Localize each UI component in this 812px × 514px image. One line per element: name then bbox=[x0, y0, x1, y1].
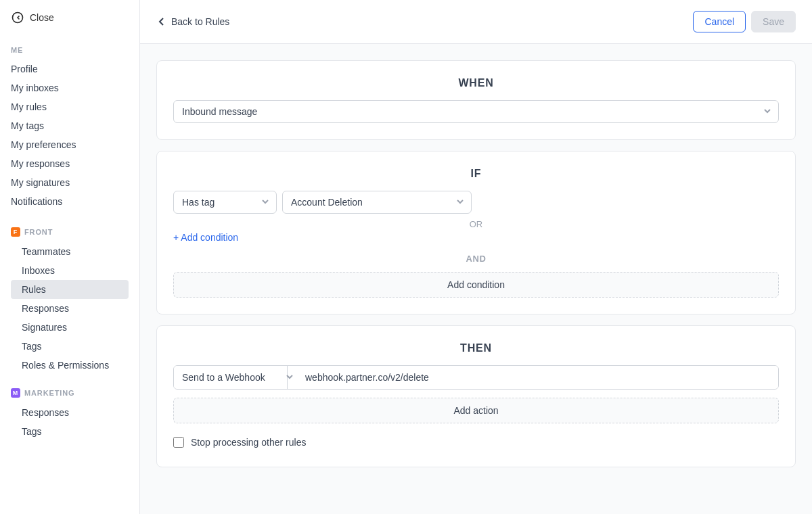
condition-type-wrapper: Has tag Has label Subject contains bbox=[173, 191, 277, 214]
then-title: THEN bbox=[173, 342, 779, 354]
sidebar-section-me: ME Profile My inboxes My rules My tags M… bbox=[0, 35, 139, 216]
then-action-select-wrapper: Send to a Webhook Assign to Add tag Repl… bbox=[174, 366, 297, 389]
condition-type-select[interactable]: Has tag Has label Subject contains bbox=[173, 191, 277, 214]
sidebar-item-rules[interactable]: Rules bbox=[11, 280, 129, 299]
stop-processing-checkbox[interactable] bbox=[173, 437, 184, 448]
topbar: Back to Rules Cancel Save bbox=[140, 0, 812, 44]
back-label: Back to Rules bbox=[171, 16, 229, 27]
sidebar-item-my-inboxes[interactable]: My inboxes bbox=[0, 78, 139, 97]
sidebar-item-tags[interactable]: Tags bbox=[11, 337, 129, 356]
add-action-label: Add action bbox=[453, 405, 498, 416]
back-arrow-icon bbox=[156, 16, 167, 27]
sidebar-item-profile[interactable]: Profile bbox=[0, 60, 139, 78]
add-condition-btn-label: Add condition bbox=[447, 279, 505, 290]
sidebar-item-my-tags[interactable]: My tags bbox=[0, 116, 139, 135]
main-content: Back to Rules Cancel Save WHEN Inbound m… bbox=[140, 0, 812, 514]
add-action-button[interactable]: Add action bbox=[173, 398, 779, 423]
marketing-dot: M bbox=[11, 388, 20, 398]
and-label: AND bbox=[173, 254, 779, 264]
topbar-actions: Cancel Save bbox=[693, 11, 796, 32]
sidebar-item-responses[interactable]: Responses bbox=[11, 299, 129, 318]
save-button[interactable]: Save bbox=[751, 11, 796, 32]
condition-value-select[interactable]: Account Deletion Billing Support bbox=[282, 191, 472, 214]
sidebar-section-front: F FRONT Teammates Inboxes Rules Response… bbox=[0, 216, 139, 377]
if-card: IF Has tag Has label Subject contains bbox=[156, 151, 796, 314]
sidebar-item-notifications[interactable]: Notifications bbox=[0, 192, 139, 211]
if-title: IF bbox=[173, 168, 779, 180]
sidebar-item-my-signatures[interactable]: My signatures bbox=[0, 173, 139, 192]
add-or-condition-link[interactable]: + Add condition bbox=[173, 232, 238, 243]
then-action-select[interactable]: Send to a Webhook Assign to Add tag Repl… bbox=[174, 366, 288, 389]
sidebar: Close ME Profile My inboxes My rules My … bbox=[0, 0, 140, 514]
stop-processing-label: Stop processing other rules bbox=[191, 437, 306, 448]
cancel-button[interactable]: Cancel bbox=[693, 11, 746, 32]
when-title: WHEN bbox=[173, 77, 779, 89]
sidebar-marketing-label: M MARKETING bbox=[11, 388, 129, 398]
sidebar-item-roles-permissions[interactable]: Roles & Permissions bbox=[11, 356, 129, 375]
front-dot: F bbox=[11, 227, 20, 237]
when-trigger-wrapper: Inbound message Outbound message Convers… bbox=[173, 100, 779, 123]
sidebar-item-signatures[interactable]: Signatures bbox=[11, 318, 129, 337]
sidebar-item-inboxes[interactable]: Inboxes bbox=[11, 261, 129, 280]
close-label: Close bbox=[30, 12, 54, 23]
sidebar-item-marketing-tags[interactable]: Tags bbox=[11, 422, 129, 441]
add-and-condition-button[interactable]: Add condition bbox=[173, 272, 779, 298]
sidebar-item-my-preferences[interactable]: My preferences bbox=[0, 135, 139, 154]
sidebar-front-label: F FRONT bbox=[11, 227, 129, 237]
or-label: OR bbox=[173, 219, 779, 229]
stop-processing-row: Stop processing other rules bbox=[173, 434, 779, 450]
close-icon bbox=[11, 11, 24, 24]
when-card: WHEN Inbound message Outbound message Co… bbox=[156, 60, 796, 140]
sidebar-item-my-responses[interactable]: My responses bbox=[0, 154, 139, 173]
then-card: THEN Send to a Webhook Assign to Add tag… bbox=[156, 325, 796, 467]
sidebar-item-marketing-responses[interactable]: Responses bbox=[11, 403, 129, 422]
when-trigger-select[interactable]: Inbound message Outbound message Convers… bbox=[173, 100, 779, 123]
close-button[interactable]: Close bbox=[0, 0, 139, 35]
sidebar-section-marketing: M MARKETING Responses Tags bbox=[0, 377, 139, 444]
if-condition-row: Has tag Has label Subject contains Accou… bbox=[173, 191, 779, 214]
rules-content-area: WHEN Inbound message Outbound message Co… bbox=[140, 44, 812, 514]
sidebar-item-my-rules[interactable]: My rules bbox=[0, 97, 139, 116]
condition-value-wrapper: Account Deletion Billing Support bbox=[282, 191, 472, 214]
sidebar-me-label: ME bbox=[0, 46, 139, 54]
webhook-url-input[interactable] bbox=[297, 366, 778, 389]
sidebar-item-teammates[interactable]: Teammates bbox=[11, 242, 129, 261]
back-to-rules-link[interactable]: Back to Rules bbox=[156, 16, 229, 27]
then-action-row: Send to a Webhook Assign to Add tag Repl… bbox=[173, 365, 779, 390]
